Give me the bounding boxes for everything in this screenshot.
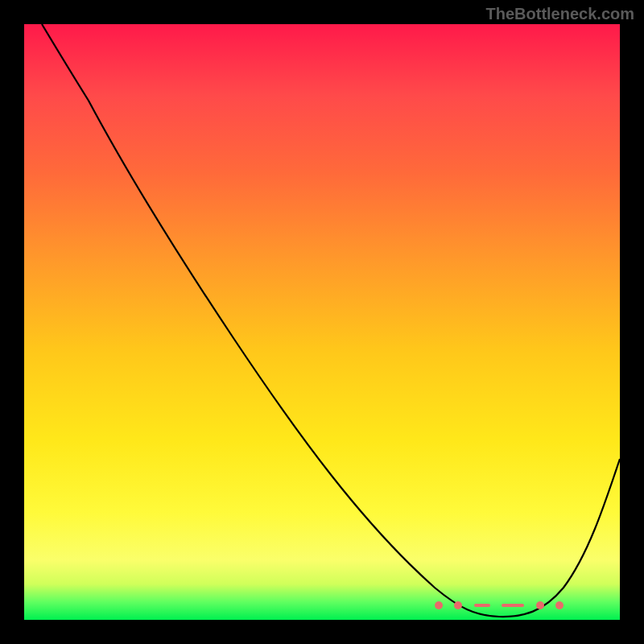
watermark-text: TheBottleneck.com (486, 5, 634, 23)
optimal-marker-dot (454, 601, 462, 609)
optimal-zone-markers (435, 596, 564, 615)
chart-plot-area (24, 24, 620, 620)
bottleneck-curve-path (42, 24, 620, 617)
optimal-marker-dot (555, 601, 564, 609)
optimal-marker-dot (435, 601, 443, 609)
optimal-marker-dash (502, 604, 524, 607)
optimal-marker-dash (474, 604, 490, 607)
chart-curve-svg (24, 24, 620, 620)
optimal-marker-dot (536, 601, 544, 609)
